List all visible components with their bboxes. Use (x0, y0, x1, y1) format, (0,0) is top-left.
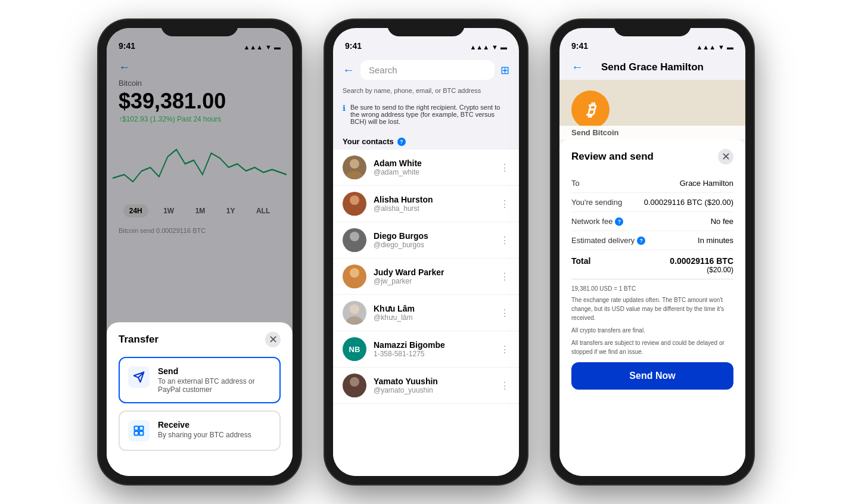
phone-3-screen: 9:41 ▲▲▲ ▼ ▬ ← Send Grace Hamilton ₿ Sen… (559, 28, 745, 476)
transfer-modal: Transfer ✕ Send To an e (107, 322, 293, 476)
contacts-label: Your contacts ? (333, 131, 519, 150)
receive-icon (128, 420, 150, 441)
fee-value: No fee (711, 217, 733, 226)
avatar-yamato (343, 374, 366, 397)
close-modal-button[interactable]: ✕ (265, 332, 281, 347)
svg-rect-2 (135, 427, 139, 431)
send-option[interactable]: Send To an external BTC address or PayPa… (119, 357, 281, 403)
total-btc: 0.00029116 BTC (670, 256, 733, 266)
to-value: Grace Hamilton (680, 179, 733, 188)
battery-icon-3: ▬ (727, 43, 733, 51)
contact-row-diego[interactable]: Diego Burgos @diego_burgos ⋮ (333, 222, 519, 259)
contact-more-namazzi[interactable]: ⋮ (500, 344, 509, 355)
contact-name-adam: Adam White (374, 158, 493, 168)
contact-name-diego: Diego Burgos (374, 231, 493, 241)
bitcoin-hero: ₿ Send Bitcoin (559, 80, 745, 139)
contact-name-alisha: Alisha Hurston (374, 195, 493, 204)
total-value: 0.00029116 BTC ($20.00) (670, 256, 733, 274)
wifi-icon-2: ▼ (492, 43, 498, 51)
exchange-rate-desc: The exchange rate updates often. The BTC… (571, 295, 733, 322)
contacts-info-icon[interactable]: ? (397, 138, 406, 146)
review-row-fee: Network fee ? No fee (571, 212, 733, 231)
contact-row-judy[interactable]: Judy Ward Parker @jw_parker ⋮ (333, 259, 519, 295)
close-review-button[interactable]: ✕ (718, 149, 733, 164)
search-box[interactable]: Search (360, 60, 495, 80)
avatar-alisha (343, 192, 366, 216)
contact-handle-adam: @adam_white (374, 168, 493, 176)
contact-handle-judy: @jw_parker (374, 277, 493, 285)
p3-header: ← Send Grace Hamilton (559, 54, 745, 80)
status-time-3: 9:41 (571, 41, 588, 51)
contact-more-khuu[interactable]: ⋮ (500, 307, 509, 319)
review-notes: 19,381.00 USD = 1 BTC The exchange rate … (571, 284, 733, 356)
receive-option[interactable]: Receive By sharing your BTC address (119, 410, 281, 451)
qr-button[interactable]: ⊞ (500, 64, 509, 77)
delivery-info-icon[interactable]: ? (637, 237, 645, 245)
status-time-2: 9:41 (345, 41, 362, 51)
contact-info-namazzi: Namazzi Bigombe 1-358-581-1275 (374, 340, 493, 358)
modal-title-row: Transfer ✕ (119, 332, 281, 347)
avatar-khuu (343, 301, 366, 325)
phone-2: 9:41 ▲▲▲ ▼ ▬ ← Search ⊞ Search by name, … (325, 20, 527, 484)
contact-row-yamato[interactable]: Yamato Yuushin @yamato_yuushin ⋮ (333, 368, 519, 404)
modal-overlay-1: Transfer ✕ Send To an e (107, 54, 293, 476)
receive-desc: By sharing your BTC address (158, 431, 251, 439)
contact-row-namazzi[interactable]: NB Namazzi Bigombe 1-358-581-1275 ⋮ (333, 331, 519, 368)
svg-rect-3 (139, 427, 144, 431)
total-label: Total (571, 256, 590, 266)
send-title: Send (158, 366, 271, 376)
svg-rect-4 (135, 431, 139, 435)
battery-icon-2: ▬ (500, 43, 507, 51)
contact-more-diego[interactable]: ⋮ (500, 235, 509, 246)
contact-more-adam[interactable]: ⋮ (500, 162, 509, 173)
contact-name-namazzi: Namazzi Bigombe (374, 340, 493, 350)
contact-handle-yamato: @yamato_yuushin (374, 386, 493, 394)
contact-info-yamato: Yamato Yuushin @yamato_yuushin (374, 377, 493, 394)
fee-label: Network fee ? (571, 217, 623, 226)
search-hint: Search by name, phone, email, or BTC add… (333, 85, 519, 99)
svg-point-14 (350, 304, 359, 314)
back-button-2[interactable]: ← (343, 63, 355, 77)
phone-1-content: ← Bitcoin $39,381.00 ↑$102.93 (1.32%) Pa… (107, 54, 293, 476)
phone-3: 9:41 ▲▲▲ ▼ ▬ ← Send Grace Hamilton ₿ Sen… (551, 20, 754, 484)
sending-label: You're sending (571, 198, 622, 207)
review-modal-title: Review and send (571, 151, 654, 163)
send-bitcoin-label: Send Bitcoin (559, 126, 745, 139)
contact-more-yamato[interactable]: ⋮ (500, 380, 509, 391)
send-text: Send To an external BTC address or PayPa… (158, 366, 271, 394)
contact-info-diego: Diego Burgos @diego_burgos (374, 231, 493, 249)
contact-name-judy: Judy Ward Parker (374, 267, 493, 277)
review-row-to: To Grace Hamilton (571, 174, 733, 193)
phone-3-content: ← Send Grace Hamilton ₿ Send Bitcoin Rev… (559, 54, 745, 476)
contact-info-judy: Judy Ward Parker @jw_parker (374, 267, 493, 285)
review-row-delivery: Estimated delivery ? In minutes (571, 231, 733, 250)
fee-info-icon[interactable]: ? (615, 217, 623, 226)
phone-1: 9:41 ▲▲▲ ▼ ▬ ← Bitcoin $39,381.00 ↑$102.… (98, 20, 301, 484)
svg-rect-5 (139, 431, 144, 435)
svg-point-9 (346, 207, 363, 216)
bitcoin-logo: ₿ (571, 91, 610, 129)
contact-more-judy[interactable]: ⋮ (500, 271, 509, 282)
phone-2-screen: 9:41 ▲▲▲ ▼ ▬ ← Search ⊞ Search by name, … (333, 28, 519, 476)
review-modal: Review and send ✕ To Grace Hamilton You'… (559, 139, 745, 476)
svg-point-17 (346, 389, 363, 397)
contact-row-alisha[interactable]: Alisha Hurston @alisha_hurst ⋮ (333, 186, 519, 222)
send-now-button[interactable]: Send Now (571, 362, 733, 390)
status-icons-2: ▲▲▲ ▼ ▬ (469, 43, 507, 51)
back-button-3[interactable]: ← (571, 60, 583, 74)
wifi-icon-3: ▼ (718, 43, 724, 51)
transfer-modal-title: Transfer (119, 334, 158, 346)
phone-2-content: ← Search ⊞ Search by name, phone, email,… (333, 54, 519, 476)
info-icon: ℹ (343, 104, 346, 125)
crypto-final-note: All crypto transfers are final. (571, 326, 733, 335)
contact-row-khuu[interactable]: Khưu Lâm @khưu_lâm ⋮ (333, 295, 519, 331)
avatar-diego (343, 228, 366, 252)
signal-icon-2: ▲▲▲ (469, 43, 489, 51)
contact-row-adam[interactable]: Adam White @adam_white ⋮ (333, 150, 519, 186)
contact-more-alisha[interactable]: ⋮ (500, 198, 509, 210)
contact-info-adam: Adam White @adam_white (374, 158, 493, 176)
contacts-label-text: Your contacts (343, 137, 394, 146)
contact-name-khuu: Khưu Lâm (374, 304, 493, 313)
svg-point-11 (346, 244, 363, 252)
review-row-sending: You're sending 0.00029116 BTC ($20.00) (571, 193, 733, 212)
